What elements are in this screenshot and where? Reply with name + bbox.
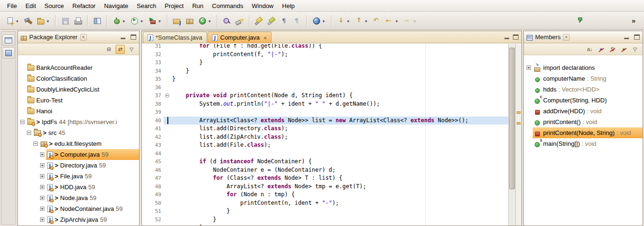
annotation-ruler-cell[interactable] [142, 117, 149, 125]
tree-item[interactable]: +>Computer.java59 [18, 149, 139, 160]
dropdown-arrow-icon[interactable] [395, 17, 399, 24]
show-whitespace-button[interactable] [278, 14, 290, 27]
minimize-editor-button[interactable] [504, 34, 510, 40]
tree-item-body[interactable]: >Directory.java59 [46, 160, 139, 171]
annotation-ruler-cell[interactable] [142, 125, 149, 133]
clear-markers-button[interactable] [265, 14, 278, 27]
code-text[interactable] [172, 150, 508, 158]
expander-minus-icon[interactable]: − [33, 142, 38, 146]
annotation-ruler-cell[interactable] [142, 133, 149, 142]
annotation-ruler-cell[interactable] [142, 191, 149, 199]
hide-static-button[interactable]: S [608, 45, 617, 54]
line-number[interactable]: 32 [149, 50, 164, 59]
member-item-body[interactable]: addDrive(HDD) : void [533, 106, 643, 117]
annotation-ruler-cell[interactable] [142, 84, 149, 92]
menu-help[interactable]: Help [278, 0, 299, 11]
tree-item-body[interactable]: DoublyLinkedCyclicList [26, 84, 139, 95]
tree-item[interactable]: −>IpdFs44[https://svnserver.i [18, 117, 139, 127]
code-text[interactable]: for (Node n : tmp) { [172, 191, 508, 199]
tree-item-body[interactable]: >Node.java59 [46, 193, 139, 203]
editor-vertical-scrollbar[interactable] [508, 44, 515, 226]
code-text[interactable]: System.out.println("|-" + ident + " " + … [172, 100, 508, 109]
dropdown-arrow-icon[interactable] [364, 17, 368, 24]
line-number[interactable]: 34 [149, 67, 164, 75]
close-view-icon[interactable] [563, 34, 570, 41]
back-button[interactable] [383, 14, 401, 27]
menu-navigate[interactable]: Navigate [100, 0, 132, 11]
code-text[interactable]: } [172, 207, 508, 216]
code-line[interactable]: 45 if (d instanceof NodeContainer) { [142, 158, 508, 166]
member-item-body[interactable]: import declarations [533, 62, 643, 73]
code-text[interactable]: for (Class<? extends Node> T : list) { [172, 174, 508, 183]
member-item[interactable]: computerName : String [524, 73, 643, 84]
next-annotation-button[interactable] [335, 14, 352, 27]
tree-item[interactable]: DoublyLinkedCyclicList [18, 84, 139, 95]
code-text[interactable] [172, 108, 508, 117]
line-number[interactable]: 37 [149, 92, 164, 100]
menu-refactor[interactable]: Refactor [68, 0, 100, 11]
tree-item[interactable]: +>ZipArchiv.java59 [18, 214, 139, 225]
scrollbar-thumb[interactable] [509, 48, 515, 189]
code-line[interactable]: 34 } [142, 67, 508, 75]
expander-plus-icon[interactable]: + [40, 174, 44, 178]
annotation-ruler-cell[interactable] [142, 199, 149, 208]
tree-item[interactable]: Euro-Test [18, 95, 139, 106]
line-number[interactable]: 49 [149, 191, 164, 199]
annotation-ruler-cell[interactable] [142, 174, 149, 183]
line-number[interactable]: 44 [149, 150, 164, 158]
prev-annotation-button[interactable] [353, 14, 370, 27]
code-line[interactable]: 31 for (File f : hdd.get(File.class)) { [142, 44, 508, 50]
line-number[interactable]: 45 [149, 158, 164, 166]
tree-item-body[interactable]: Hanoi [26, 106, 139, 117]
code-line[interactable]: 35} [142, 75, 508, 84]
member-item[interactable]: hdds : Vector<HDD> [524, 84, 643, 95]
menu-source[interactable]: Source [40, 0, 68, 11]
line-number[interactable]: 47 [149, 174, 164, 183]
line-number[interactable]: 33 [149, 59, 164, 67]
code-line[interactable]: 48 ArrayList<? extends Node> tmp = e.get… [142, 183, 508, 191]
member-item-body[interactable]: smain(String[]) : void [533, 138, 643, 149]
annotation-ruler-cell[interactable] [142, 183, 149, 191]
code-line[interactable]: 53 } [142, 224, 508, 226]
view-menu-button[interactable]: ▽ [127, 45, 136, 54]
menu-project[interactable]: Project [160, 0, 188, 11]
member-item-body[interactable]: printContent(Node, String) : void [533, 127, 643, 138]
tree-item[interactable]: +>File.java59 [18, 171, 139, 182]
code-text[interactable]: NodeContainer e = (NodeContainer) d; [172, 166, 508, 175]
annotation-ruler-cell[interactable] [142, 166, 149, 175]
tree-item-body[interactable]: Euro-Test [26, 95, 139, 106]
word-wrap-button[interactable] [291, 14, 303, 27]
close-tab-icon[interactable] [264, 34, 267, 41]
maximize-view-button[interactable] [130, 34, 137, 40]
code-line[interactable]: 36 [142, 84, 508, 92]
minimize-view-button[interactable] [120, 34, 126, 40]
annotation-ruler-cell[interactable] [142, 150, 149, 158]
code-line[interactable]: 52 } [142, 216, 508, 224]
expander-plus-icon[interactable]: + [40, 152, 44, 157]
code-text[interactable]: ArrayList<Class<? extends Node>> list = … [172, 117, 508, 125]
new-java-project-button[interactable] [171, 14, 183, 27]
annotation-ruler-cell[interactable] [142, 92, 149, 100]
code-text[interactable]: } [172, 67, 508, 75]
annotation-ruler-cell[interactable] [142, 50, 149, 59]
member-item-body[interactable]: hdds : Vector<HDD> [533, 84, 643, 95]
code-area[interactable]: 31 for (File f : hdd.get(File.class)) {3… [142, 44, 508, 226]
line-number[interactable]: 53 [149, 224, 164, 226]
code-line[interactable]: 37 private void printContent(Node d, Str… [142, 92, 508, 100]
occurrence-marker[interactable] [517, 122, 520, 125]
link-with-editor-button[interactable]: ⇄ [116, 45, 125, 54]
member-item[interactable]: printContent(Node, String) : void [524, 127, 643, 138]
menu-run[interactable]: Run [188, 0, 208, 11]
tree-item-body[interactable]: >File.java59 [46, 171, 139, 182]
dropdown-arrow-icon[interactable] [140, 17, 144, 24]
code-text[interactable]: if (d instanceof NodeContainer) { [172, 158, 508, 166]
tree-item-body[interactable]: >src45 [33, 127, 139, 138]
tree-item[interactable]: ColorClassification [18, 73, 139, 84]
minimize-view-button[interactable] [623, 34, 630, 40]
annotation-ruler-cell[interactable] [142, 108, 149, 117]
code-text[interactable]: for (File f : hdd.get(File.class)) { [172, 44, 508, 50]
code-line[interactable]: 44 [142, 150, 508, 158]
new-package-button[interactable] [183, 14, 196, 27]
menu-file[interactable]: File [3, 0, 21, 11]
code-line[interactable]: 39 [142, 108, 508, 117]
